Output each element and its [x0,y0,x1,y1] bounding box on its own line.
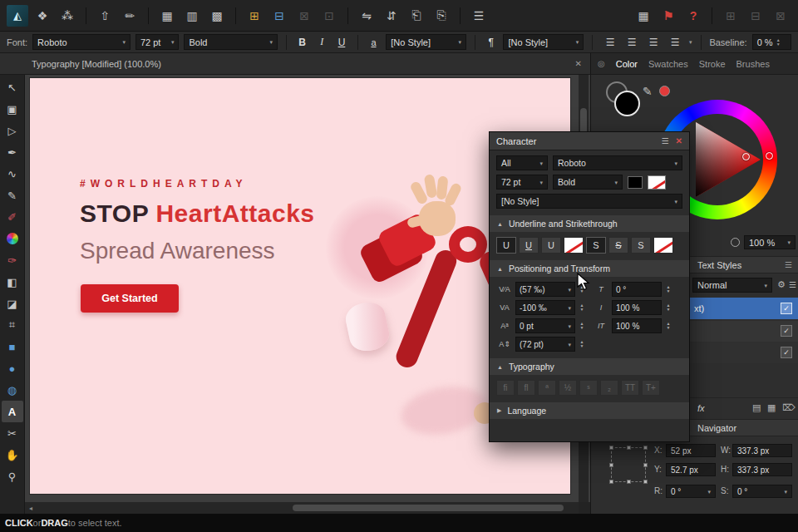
panel-menu-icon[interactable]: ☰ [662,136,669,145]
pen-tool[interactable]: ✒ [2,141,23,163]
underline-style-button[interactable]: a [367,34,382,50]
typography-feature-button[interactable]: TT [621,380,639,396]
field-input[interactable]: 100 % [612,318,662,333]
poster-subheadline-text[interactable]: Spread Awareness [80,238,275,264]
gear-icon[interactable]: ⚙ [777,279,786,290]
sv-marker[interactable] [742,153,750,160]
place-content-icon[interactable]: ⇧ [94,5,116,27]
move-tool[interactable]: ↖ [2,76,23,98]
tab-brushes[interactable]: Brushes [736,59,770,69]
zoom-tool[interactable]: ⚲ [2,466,23,487]
poster-hashtag-text[interactable]: #WORLDHEARTDAY [80,178,248,190]
rectangle-tool[interactable]: ■ [2,336,23,357]
field-stepper[interactable]: ▲▼ [578,340,586,348]
font-collection-select[interactable]: All ▾ [496,155,548,170]
bold-button[interactable]: B [295,34,310,50]
character-panel-titlebar[interactable]: Character ☰ ✕ [490,132,689,150]
tab-stroke[interactable]: Stroke [699,59,726,69]
hue-marker[interactable] [766,152,773,160]
pencil-tool[interactable]: ✎ [2,185,23,206]
document-close-icon[interactable]: ✕ [575,59,582,68]
alignment-more-arrow-icon[interactable]: ▾ [689,39,692,45]
insert-behind-icon[interactable]: ⊞ [720,5,741,27]
insert-inside-icon[interactable]: ⊠ [770,5,791,27]
grid-icon[interactable]: ▦ [767,402,776,413]
underline-heavy-button[interactable]: U [541,237,561,254]
panel-text-style-select[interactable]: [No Style] ▾ [496,194,682,209]
section-typography[interactable]: ▲ Typography [490,358,689,375]
layer-visibility-checkbox[interactable]: ✓ [781,325,792,337]
panel-close-icon[interactable]: ✕ [676,136,682,145]
align-justify-button[interactable]: ☰ [666,34,684,50]
panel-font-size-select[interactable]: 72 pt ▾ [496,175,548,190]
paragraph-style-select[interactable]: [No Style] ▾ [503,34,584,50]
underline-alt-button[interactable]: U [519,237,539,254]
opacity-select[interactable]: 100 % ▾ [744,235,796,249]
font-size-select[interactable]: 72 pt ▾ [135,34,180,50]
pixel-persona-icon[interactable]: ❖ [32,5,53,27]
field-stepper[interactable]: ▲▼ [578,303,586,312]
color-flag-icon[interactable]: ⚑ [658,5,679,27]
poster-cta-button[interactable]: Get Started [81,284,179,313]
italic-button[interactable]: I [315,34,330,50]
help-icon[interactable]: ? [682,5,704,27]
field-input[interactable]: 0 ° [612,282,662,297]
ellipse-tool[interactable]: ● [2,357,23,379]
crop-tool[interactable]: ⌗ [2,314,23,336]
y-input[interactable]: 52.7 px [666,463,716,476]
baseline-stepper[interactable]: ▲▼ [776,38,781,47]
x-input[interactable]: 52 px [666,444,716,457]
typography-feature-button[interactable]: fi [496,380,515,396]
manage-grids-icon[interactable]: ▩ [206,5,228,27]
hand-tool[interactable]: ✋ [2,444,23,466]
w-input[interactable]: 337.3 px [732,444,792,457]
poster-headline-text[interactable]: STOP HeartAttacks [80,200,315,228]
list-menu-icon[interactable]: ☰ [789,280,796,289]
typography-feature-button[interactable]: T+ [642,380,660,396]
character-style-select[interactable]: [No Style] ▾ [386,34,466,50]
typography-feature-button[interactable]: ª [538,380,556,396]
node-tool[interactable]: ▷ [2,120,23,141]
field-stepper[interactable]: ▲▼ [664,322,672,330]
text-tool[interactable]: A [2,401,23,422]
typography-feature-button[interactable]: ₂ [600,380,618,396]
shear-input[interactable]: 0 °▾ [732,485,792,498]
divider-grid-icon[interactable]: ▦ [633,5,654,27]
field-input[interactable]: -100 ‰▾ [515,300,575,315]
document-tab-title[interactable]: Typography [Modified] (100.0%) [32,59,161,69]
snap-grid-icon[interactable]: ⊠ [293,5,315,27]
shape-tool[interactable]: ◍ [2,379,23,401]
rotation-input[interactable]: 0 °▾ [666,485,716,498]
underline-color-swatch[interactable] [564,237,584,254]
snap-candidates-icon[interactable]: ⊟ [268,5,290,27]
panel-font-weight-select[interactable]: Bold ▾ [553,175,623,190]
snap-toggle-icon[interactable]: ⊞ [244,5,265,27]
field-stepper[interactable]: ▲▼ [664,303,672,312]
horizontal-scroll-thumb[interactable] [293,505,564,511]
color-wheel-tool[interactable] [2,228,23,249]
typography-feature-button[interactable]: ½ [559,380,577,396]
eyedropper-icon[interactable]: ✎ [643,85,653,98]
knife-tool[interactable]: ✂ [2,422,23,444]
strikethrough-single-button[interactable]: S [586,237,606,254]
field-stepper[interactable]: ▲▼ [578,322,586,330]
curve-tool[interactable]: ∿ [2,163,23,185]
flip-vertical-icon[interactable]: ⇵ [381,5,402,27]
rotate-ccw-icon[interactable]: ⎗ [406,5,427,27]
new-page-icon[interactable]: ▤ [752,402,761,413]
show-guides-icon[interactable]: ▥ [181,5,203,27]
field-stepper[interactable]: ▲▼ [664,285,672,293]
text-stroke-swatch[interactable] [648,175,666,190]
h-input[interactable]: 337.3 px [732,463,792,476]
snap-pixel-icon[interactable]: ⊡ [318,5,340,27]
flip-horizontal-icon[interactable]: ⇋ [356,5,377,27]
affinity-designer-logo[interactable]: ◭ [7,5,28,27]
frame-text-tool[interactable]: ▣ [2,98,23,120]
fill-color-well[interactable] [614,91,640,116]
insert-on-top-icon[interactable]: ⊟ [745,5,766,27]
layer-visibility-checkbox[interactable]: ✓ [781,303,792,314]
strikethrough-heavy-button[interactable]: S [631,237,651,254]
horizontal-scrollbar[interactable]: ◂ ▸ [25,502,590,514]
align-left-button[interactable]: ☰ [601,34,619,50]
panel-menu-icon[interactable]: ☰ [785,260,792,269]
